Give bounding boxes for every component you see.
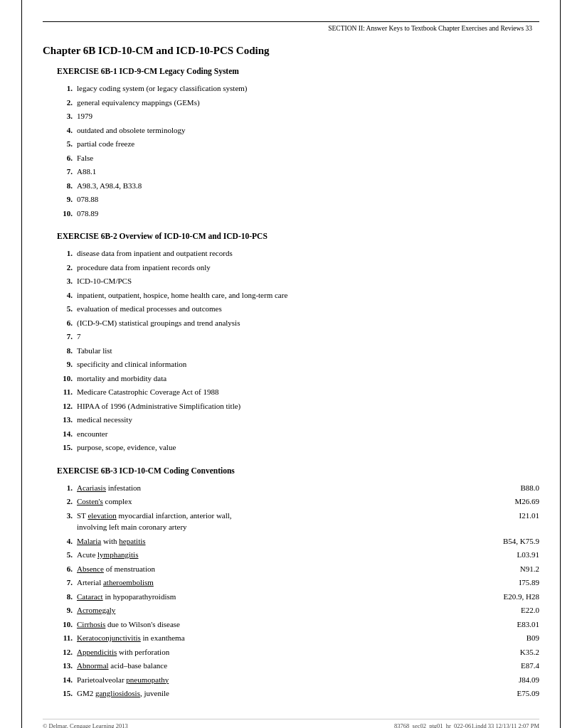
list-item: 13.medical necessity	[57, 414, 539, 426]
item-code: E87.4	[482, 660, 539, 672]
list-item: 8.Tabular list	[57, 345, 539, 357]
item-number: 6.	[57, 563, 77, 575]
item-desc: GM2 gangliosidosis, juvenile	[77, 687, 482, 700]
item-content: Appendicitis with perforation K35.2	[77, 646, 539, 658]
item-number: 15.	[57, 441, 77, 454]
item-content: False	[77, 152, 539, 164]
item-content: A88.1	[77, 166, 539, 178]
item-number: 12.	[57, 646, 77, 658]
exercise2-list: 1.disease data from inpatient and outpat…	[57, 247, 539, 454]
list-item: 7.7	[57, 331, 539, 343]
item-content: Acariasis infestation B88.0	[77, 482, 539, 494]
item-content: Absence of menstruation N91.2	[77, 563, 539, 575]
item-code: B54, K75.9	[482, 535, 539, 547]
item-content: Malaria with hepatitis B54, K75.9	[77, 535, 539, 547]
item-desc: Arterial atheroembolism	[77, 577, 482, 589]
item-content: purpose, scope, evidence, value	[77, 441, 539, 454]
item-number: 5.	[57, 138, 77, 150]
item-number: 8.	[57, 345, 77, 357]
item-content: disease data from inpatient and outpatie…	[77, 247, 539, 259]
list-item: 5.partial code freeze	[57, 138, 539, 150]
list-item: 2. Costen's complex M26.69	[57, 496, 539, 508]
item-number: 5.	[57, 549, 77, 561]
list-item: 15.purpose, scope, evidence, value	[57, 441, 539, 454]
item-number: 9.	[57, 193, 77, 205]
item-number: 10.	[57, 208, 77, 220]
list-item: 4.outdated and obsolete terminology	[57, 124, 539, 136]
list-item: 12.HIPAA of 1996 (Administrative Simplif…	[57, 400, 539, 412]
item-number: 7.	[57, 577, 77, 589]
item-number: 12.	[57, 400, 77, 412]
list-item: 1.legacy coding system (or legacy classi…	[57, 82, 539, 95]
item-content: Medicare Catastrophic Coverage Act of 19…	[77, 386, 539, 398]
item-code: I21.01	[482, 510, 539, 533]
footer-right: 83768_sec02_ptg01_hr_022-061.indd 33 12/…	[394, 722, 539, 729]
item-number: 7.	[57, 331, 77, 343]
list-item: 8. Cataract in hypoparathyroidism E20.9,…	[57, 591, 539, 603]
list-item: 9. Acromegaly E22.0	[57, 604, 539, 616]
list-item: 8.A98.3, A98.4, B33.8	[57, 180, 539, 192]
list-item: 10.mortality and morbidity data	[57, 373, 539, 385]
list-item: 11.Medicare Catastrophic Coverage Act of…	[57, 386, 539, 398]
list-item: 4.inpatient, outpatient, hospice, home h…	[57, 289, 539, 301]
item-number: 6.	[57, 152, 77, 164]
item-number: 2.	[57, 262, 77, 274]
item-code: J84.09	[482, 674, 539, 686]
item-content: (ICD-9-CM) statistical groupings and tre…	[77, 317, 539, 329]
item-content: encounter	[77, 428, 539, 440]
list-item: 3.1979	[57, 110, 539, 122]
item-desc: Cirrhosis due to Wilson's disease	[77, 619, 482, 631]
item-content: HIPAA of 1996 (Administrative Simplifica…	[77, 400, 539, 412]
item-code: E75.09	[482, 687, 539, 700]
item-number: 3.	[57, 510, 77, 533]
item-code: M26.69	[482, 496, 539, 508]
item-code: E83.01	[482, 619, 539, 631]
exercise1-list: 1.legacy coding system (or legacy classi…	[57, 82, 539, 219]
item-content: Cataract in hypoparathyroidism E20.9, H2…	[77, 591, 539, 603]
item-number: 10.	[57, 619, 77, 631]
item-content: Arterial atheroembolism I75.89	[77, 577, 539, 589]
item-content: procedure data from inpatient records on…	[77, 262, 539, 274]
item-number: 14.	[57, 428, 77, 440]
list-item: 11. Keratoconjunctivitis in exanthema B0…	[57, 632, 539, 644]
item-number: 10.	[57, 373, 77, 385]
item-content: 1979	[77, 110, 539, 122]
item-content: 078.88	[77, 193, 539, 205]
item-content: specificity and clinical information	[77, 358, 539, 370]
footer-left: © Delmar, Cengage Learning 2013	[43, 722, 128, 729]
item-desc: Parietoalveolar pneumopathy	[77, 674, 482, 686]
list-item: 1.disease data from inpatient and outpat…	[57, 247, 539, 259]
item-content: 7	[77, 331, 539, 343]
list-item: 3. ST elevation myocardial infarction, a…	[57, 510, 539, 533]
list-item: 15. GM2 gangliosidosis, juvenile E75.09	[57, 687, 539, 700]
list-item: 6.(ICD-9-CM) statistical groupings and t…	[57, 317, 539, 329]
exercise3-heading: EXERCISE 6B-3 ICD-10-CM Coding Conventio…	[57, 466, 539, 475]
item-number: 3.	[57, 110, 77, 122]
item-code: E20.9, H28	[482, 591, 539, 603]
item-number: 8.	[57, 591, 77, 603]
item-number: 11.	[57, 632, 77, 644]
item-number: 13.	[57, 660, 77, 672]
item-desc: Acromegaly	[77, 604, 482, 616]
list-item: 2.procedure data from inpatient records …	[57, 262, 539, 274]
item-content: 078.89	[77, 208, 539, 220]
item-content: Abnormal acid–base balance E87.4	[77, 660, 539, 672]
list-item: 1. Acariasis infestation B88.0	[57, 482, 539, 494]
item-content: Acromegaly E22.0	[77, 604, 539, 616]
item-number: 9.	[57, 604, 77, 616]
item-number: 15.	[57, 687, 77, 700]
list-item: 3.ICD-10-CM/PCS	[57, 275, 539, 287]
item-code: B09	[482, 632, 539, 644]
list-item: 7. Arterial atheroembolism I75.89	[57, 577, 539, 589]
list-item: 14.encounter	[57, 428, 539, 440]
item-desc: Appendicitis with perforation	[77, 646, 482, 658]
item-number: 11.	[57, 386, 77, 398]
exercise3-list: 1. Acariasis infestation B88.0 2. Costen…	[57, 482, 539, 700]
item-content: inpatient, outpatient, hospice, home hea…	[77, 289, 539, 301]
item-number: 3.	[57, 275, 77, 287]
item-code: B88.0	[482, 482, 539, 494]
page-footer: © Delmar, Cengage Learning 2013 83768_se…	[43, 719, 539, 729]
item-desc: Abnormal acid–base balance	[77, 660, 482, 672]
item-content: GM2 gangliosidosis, juvenile E75.09	[77, 687, 539, 700]
item-desc: ST elevation myocardial infarction, ante…	[77, 510, 482, 533]
